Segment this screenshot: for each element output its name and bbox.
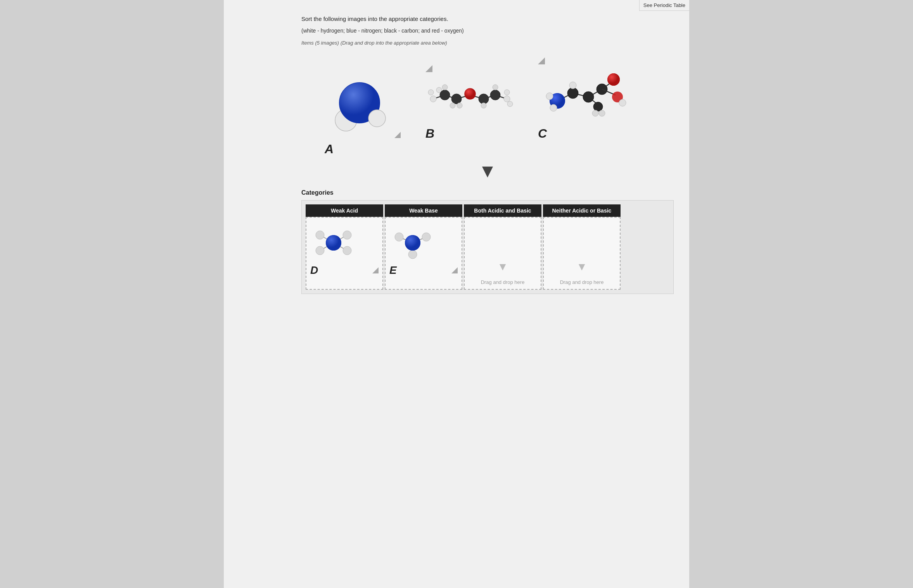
expand-icon-a[interactable]	[394, 132, 401, 138]
svg-point-20	[479, 94, 489, 104]
svg-point-62	[422, 233, 431, 241]
page-wrapper: See Periodic Table Sort the following im…	[224, 0, 689, 588]
molecule-a-canvas	[325, 78, 402, 140]
molecule-e-svg	[389, 221, 436, 264]
categories-container: Weak Acid	[301, 200, 674, 294]
instruction-text: Sort the following images into the appro…	[301, 16, 674, 22]
svg-point-45	[593, 102, 603, 111]
molecule-e-container: E	[389, 221, 458, 277]
svg-point-11	[428, 90, 434, 95]
molecule-d-label: D	[310, 264, 318, 277]
molecule-a[interactable]: A	[325, 78, 402, 156]
svg-point-15	[451, 94, 462, 104]
svg-point-41	[619, 99, 626, 106]
drop-arrow-both: ▼	[497, 261, 508, 273]
arrow-down: ▼	[301, 160, 674, 182]
svg-point-23	[493, 85, 498, 90]
svg-point-63	[408, 250, 417, 259]
category-weak-acid-header: Weak Acid	[306, 204, 383, 217]
svg-point-16	[450, 103, 455, 108]
molecule-c-svg	[538, 66, 627, 124]
category-weak-acid[interactable]: Weak Acid	[306, 204, 383, 290]
svg-point-46	[592, 110, 598, 116]
drag-drop-both: Drag and drop here	[481, 279, 525, 285]
svg-point-65	[405, 235, 420, 251]
category-weak-base[interactable]: Weak Base	[385, 204, 462, 290]
category-neither-header: Neither Acidic or Basic	[543, 204, 621, 217]
svg-point-53	[343, 231, 351, 239]
svg-point-13	[440, 90, 450, 100]
molecule-a-label: A	[325, 142, 334, 156]
molecule-b-label: B	[425, 126, 434, 141]
svg-point-3	[368, 110, 386, 127]
periodic-table-link[interactable]: See Periodic Table	[639, 0, 689, 11]
svg-point-10	[430, 96, 436, 102]
categories-label: Categories	[301, 189, 674, 196]
category-weak-base-body[interactable]: E	[385, 217, 462, 290]
expand-icon-c-top[interactable]	[538, 57, 545, 64]
svg-point-47	[599, 110, 605, 116]
molecule-b-canvas	[425, 74, 515, 124]
svg-point-55	[343, 246, 351, 255]
svg-point-61	[395, 233, 403, 241]
molecule-c[interactable]: C	[538, 57, 627, 141]
svg-point-44	[550, 104, 557, 111]
molecules-row: A	[301, 57, 674, 156]
svg-point-25	[504, 90, 510, 95]
molecule-d-container: D	[310, 221, 379, 277]
molecule-c-canvas	[538, 66, 627, 124]
svg-point-35	[583, 92, 594, 102]
molecule-d-svg	[310, 221, 357, 264]
svg-point-34	[567, 88, 578, 99]
category-both-header: Both Acidic and Basic	[464, 204, 541, 217]
molecule-b[interactable]: B	[425, 65, 515, 141]
category-weak-base-header: Weak Base	[385, 204, 462, 217]
svg-point-21	[481, 103, 486, 108]
molecule-e-label: E	[389, 264, 397, 277]
svg-point-17	[457, 103, 462, 108]
svg-point-54	[316, 246, 324, 255]
molecule-b-svg	[425, 74, 515, 116]
svg-point-42	[569, 82, 576, 89]
svg-point-14	[442, 85, 448, 90]
category-neither-body[interactable]: ▼ Drag and drop here	[543, 217, 621, 290]
drag-drop-neither: Drag and drop here	[560, 279, 604, 285]
svg-point-52	[316, 231, 324, 239]
expand-icon-e[interactable]	[451, 267, 458, 273]
items-label: Items (5 images) (Drag and drop into the…	[301, 39, 674, 46]
svg-point-57	[326, 235, 341, 251]
molecule-c-label: C	[538, 126, 547, 141]
category-both-body[interactable]: ▼ Drag and drop here	[464, 217, 541, 290]
svg-point-26	[507, 101, 513, 107]
color-key: (white - hydrogen; blue - nitrogen; blac…	[301, 28, 674, 34]
category-neither[interactable]: Neither Acidic or Basic ▼ Drag and drop …	[543, 204, 621, 290]
svg-point-24	[504, 96, 510, 102]
category-weak-acid-body[interactable]: D	[306, 217, 383, 290]
svg-point-19	[465, 88, 476, 99]
category-both[interactable]: Both Acidic and Basic ▼ Drag and drop he…	[464, 204, 541, 290]
svg-point-22	[490, 90, 500, 100]
molecule-a-svg	[325, 78, 394, 132]
expand-icon-d[interactable]	[372, 267, 379, 273]
svg-point-43	[546, 93, 553, 100]
drop-arrow-neither: ▼	[576, 261, 587, 273]
svg-point-38	[607, 73, 620, 86]
expand-icon-b-top[interactable]	[425, 65, 432, 72]
